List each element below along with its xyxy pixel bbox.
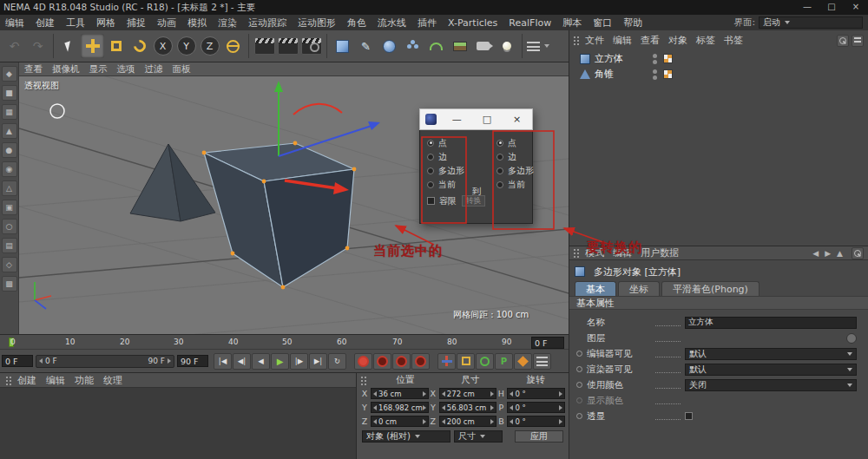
apply-button[interactable]: 应用 bbox=[515, 430, 563, 443]
add-subdivision-surface-button[interactable] bbox=[378, 34, 401, 58]
om-menu-objects[interactable]: 对象 bbox=[668, 34, 687, 47]
menu-script[interactable]: 脚本 bbox=[562, 16, 582, 30]
name-field[interactable]: 立方体 bbox=[685, 317, 857, 329]
end-frame-field[interactable]: 90 F bbox=[177, 355, 208, 367]
xray-checkbox[interactable] bbox=[685, 412, 693, 420]
size-x-field[interactable]: 272 cm bbox=[439, 388, 497, 399]
enable-snap-icon[interactable]: ▤ bbox=[2, 238, 17, 253]
workplane-snap-icon[interactable]: ◇ bbox=[2, 257, 17, 272]
previous-key-button[interactable]: ◀| bbox=[233, 353, 251, 370]
tolerance-checkbox[interactable] bbox=[427, 197, 435, 205]
panel-drag-handle-icon[interactable] bbox=[5, 376, 13, 385]
menu-animate[interactable]: 动画 bbox=[157, 16, 176, 30]
keyframe-objects-button[interactable] bbox=[411, 353, 430, 370]
record-pla-toggle[interactable] bbox=[514, 353, 532, 370]
object-row-cube[interactable]: 立方体 bbox=[569, 51, 868, 66]
render-settings-button[interactable] bbox=[299, 34, 323, 58]
render-picture-viewer-button[interactable] bbox=[276, 34, 299, 58]
add-array-button[interactable] bbox=[401, 34, 424, 58]
maximize-button[interactable]: □ bbox=[819, 0, 844, 15]
om-menu-file[interactable]: 文件 bbox=[585, 34, 604, 47]
move-tool[interactable] bbox=[81, 34, 104, 58]
next-frame-button[interactable]: |▶ bbox=[290, 353, 308, 370]
layer-browser-icon[interactable] bbox=[846, 333, 857, 344]
add-camera-button[interactable] bbox=[471, 34, 495, 58]
edges-mode-icon[interactable]: ◉ bbox=[2, 161, 17, 177]
lock-y-axis-button[interactable]: Y bbox=[174, 34, 198, 58]
timeline-options-button[interactable] bbox=[533, 353, 551, 370]
dialog-minimize-button[interactable]: — bbox=[442, 109, 472, 130]
current-frame-field[interactable]: 0 F bbox=[531, 337, 564, 349]
viewport-menu-options[interactable]: 选项 bbox=[117, 63, 135, 75]
menu-render[interactable]: 渲染 bbox=[218, 16, 237, 30]
pyramid-object[interactable] bbox=[130, 144, 215, 221]
position-x-field[interactable]: 36 cm bbox=[371, 388, 429, 399]
render-visibility-select[interactable]: 默认 bbox=[685, 364, 857, 376]
workplane-mode-icon[interactable]: ▲ bbox=[2, 123, 17, 139]
menu-simulate[interactable]: 模拟 bbox=[187, 16, 207, 30]
polygons-mode-icon[interactable]: △ bbox=[2, 180, 17, 196]
rotate-tool[interactable] bbox=[128, 34, 151, 58]
am-menu-userdata[interactable]: 用户数据 bbox=[641, 246, 679, 259]
record-rotation-toggle[interactable] bbox=[476, 353, 494, 370]
menu-plugins[interactable]: 插件 bbox=[418, 16, 437, 30]
play-button[interactable]: ▶ bbox=[271, 353, 289, 370]
viewport-solo-icon[interactable]: ○ bbox=[2, 219, 17, 234]
viewport-menu-cameras[interactable]: 摄像机 bbox=[52, 63, 80, 75]
search-icon[interactable] bbox=[852, 247, 864, 259]
viewport-menu-filter[interactable]: 过滤 bbox=[145, 63, 163, 75]
panel-drag-handle-icon[interactable] bbox=[573, 36, 581, 45]
menu-motion-tracker[interactable]: 运动跟踪 bbox=[248, 16, 286, 30]
menu-pipeline[interactable]: 流水线 bbox=[378, 16, 406, 30]
texture-mode-icon[interactable]: ▦ bbox=[2, 104, 17, 120]
menu-xparticles[interactable]: X-Particles bbox=[448, 17, 497, 29]
autokey-button[interactable] bbox=[373, 353, 391, 370]
om-menu-bookmarks[interactable]: 书签 bbox=[724, 34, 743, 47]
menu-create[interactable]: 创建 bbox=[36, 16, 55, 30]
coordinate-system-button[interactable] bbox=[221, 34, 245, 58]
quantize-icon[interactable]: ▩ bbox=[2, 276, 17, 292]
visibility-dots-icon[interactable] bbox=[653, 69, 657, 81]
record-position-toggle[interactable] bbox=[437, 353, 456, 370]
add-spline-button[interactable]: ✎ bbox=[354, 34, 378, 58]
lock-x-axis-button[interactable]: X bbox=[151, 34, 174, 58]
scale-tool[interactable] bbox=[104, 34, 128, 58]
basic-properties-section[interactable]: 基本属性 bbox=[569, 296, 868, 310]
keyframe-ring-icon[interactable] bbox=[576, 413, 582, 419]
object-row-pyramid[interactable]: 角锥 bbox=[569, 67, 868, 82]
loop-playback-button[interactable]: ↻ bbox=[328, 353, 346, 370]
panel-drag-handle-icon[interactable] bbox=[573, 248, 581, 258]
display-mode-dropdown[interactable] bbox=[526, 34, 549, 58]
tab-coordinates[interactable]: 坐标 bbox=[618, 281, 660, 296]
am-menu-mode[interactable]: 模式 bbox=[585, 246, 604, 259]
panel-drag-handle-icon[interactable] bbox=[360, 376, 368, 385]
to-points-option[interactable]: 点 bbox=[496, 136, 534, 149]
position-z-field[interactable]: 0 cm bbox=[371, 416, 429, 427]
minimize-button[interactable]: — bbox=[795, 0, 819, 15]
goto-start-button[interactable]: |◀ bbox=[214, 353, 232, 370]
render-view-button[interactable] bbox=[253, 34, 276, 58]
viewport-view-label[interactable]: 透视视图 bbox=[24, 80, 59, 92]
timeline-ruler[interactable]: 0 10 20 30 40 50 60 70 80 90 0 F bbox=[0, 334, 569, 350]
record-keyframe-button[interactable] bbox=[354, 353, 372, 370]
om-menu-tags[interactable]: 标签 bbox=[696, 34, 715, 47]
parent-object-icon[interactable]: ▲ bbox=[837, 249, 843, 258]
viewport-menu-view[interactable]: 查看 bbox=[24, 63, 43, 75]
add-deformer-button[interactable] bbox=[424, 34, 448, 58]
record-parameter-toggle[interactable]: P bbox=[495, 353, 513, 370]
history-back-icon[interactable]: ◀ bbox=[812, 249, 819, 258]
add-light-button[interactable] bbox=[495, 34, 518, 58]
menu-realflow[interactable]: RealFlow bbox=[509, 17, 551, 29]
menu-character[interactable]: 角色 bbox=[347, 16, 366, 30]
keyframe-ring-icon[interactable] bbox=[576, 351, 582, 357]
phong-tag-icon[interactable] bbox=[663, 54, 673, 63]
am-menu-edit[interactable]: 编辑 bbox=[613, 246, 632, 259]
redo-icon[interactable]: ↷ bbox=[26, 34, 49, 58]
tab-basic[interactable]: 基本 bbox=[575, 281, 616, 296]
editor-visibility-select[interactable]: 默认 bbox=[685, 348, 857, 360]
material-menu-texture[interactable]: 纹理 bbox=[103, 374, 122, 387]
rotation-h-field[interactable]: 0 ° bbox=[507, 388, 565, 399]
menu-snap[interactable]: 捕捉 bbox=[127, 16, 146, 30]
keyframe-selection-button[interactable] bbox=[392, 353, 411, 370]
filter-icon[interactable] bbox=[852, 35, 864, 47]
